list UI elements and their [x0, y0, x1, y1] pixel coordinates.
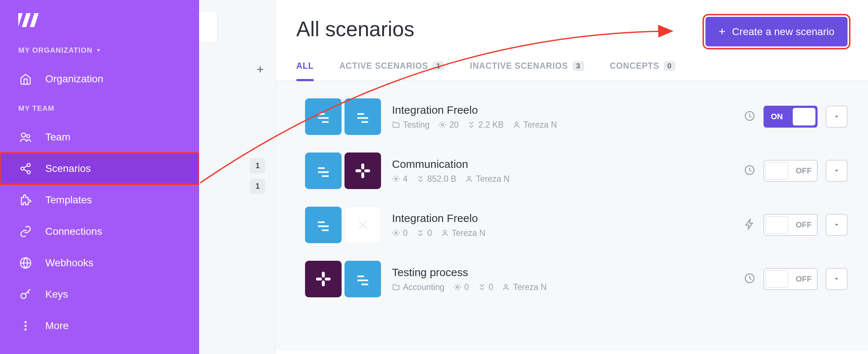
- user-meta: Tereza N: [465, 174, 510, 184]
- svg-rect-27: [316, 278, 322, 280]
- scenario-toggle[interactable]: OFF: [764, 214, 818, 236]
- ops-value: 20: [449, 120, 459, 130]
- row-more-button[interactable]: [826, 214, 848, 236]
- svg-point-12: [24, 328, 27, 331]
- add-folder-button[interactable]: +: [256, 62, 264, 76]
- ops-meta: 20: [438, 120, 459, 130]
- user-meta: Tereza N: [513, 120, 557, 130]
- create-scenario-button[interactable]: + Create a new scenario: [705, 17, 848, 46]
- home-icon: [18, 73, 33, 85]
- scenario-title: Integration Freelo: [392, 212, 733, 225]
- nav-label: Templates: [45, 194, 92, 206]
- app-icon-freelo: [305, 98, 342, 135]
- svg-point-14: [515, 122, 518, 125]
- folder-meta: Accounting: [392, 282, 445, 292]
- app-icon-slack: [344, 152, 381, 189]
- puzzle-icon: [18, 194, 33, 206]
- make-logo: [18, 11, 199, 29]
- clock-icon: [744, 272, 755, 286]
- page-title: All scenarios: [296, 17, 414, 41]
- scenario-row[interactable]: Integration Freelo 0 0 Tereza N OFF: [305, 207, 848, 243]
- team-section-text: MY TEAM: [18, 104, 54, 113]
- svg-point-5: [21, 167, 24, 170]
- svg-point-29: [456, 286, 458, 288]
- svg-rect-0: [18, 13, 23, 27]
- row-more-button[interactable]: [826, 268, 848, 290]
- size-value: 2.2 KB: [478, 120, 503, 130]
- nav-label: Webhooks: [45, 257, 94, 269]
- toggle-label: OFF: [796, 274, 812, 284]
- nav-label: More: [45, 320, 69, 332]
- sidebar-item-templates[interactable]: Templates: [0, 184, 199, 216]
- toggle-knob: [793, 108, 815, 125]
- scenario-row[interactable]: Testing process Accounting 0 0 Tereza N …: [305, 261, 848, 297]
- svg-rect-19: [364, 169, 370, 172]
- tab-label: ACTIVE SCENARIOS: [339, 61, 428, 71]
- sidebar-item-keys[interactable]: Keys: [0, 279, 199, 310]
- org-section-text: MY ORGANIZATION: [18, 46, 92, 54]
- bolt-icon: [744, 218, 755, 231]
- ops-meta: 4: [392, 174, 408, 184]
- key-icon: [18, 288, 33, 301]
- scenario-toggle[interactable]: OFF: [764, 268, 818, 290]
- scenario-title: Communication: [392, 158, 733, 170]
- ops-value: 4: [403, 174, 408, 184]
- row-more-button[interactable]: [826, 160, 848, 182]
- sidebar-item-webhooks[interactable]: Webhooks: [0, 247, 199, 279]
- tab-concepts[interactable]: CONCEPTS0: [610, 61, 675, 80]
- svg-point-7: [27, 171, 30, 174]
- scenario-row[interactable]: Communication 4 852.0 B Tereza N OFF: [305, 152, 848, 189]
- main-content: All scenarios + Create a new scenario AL…: [276, 0, 868, 354]
- chevron-down-icon: ▼: [96, 48, 101, 53]
- folder-name: Testing: [403, 120, 430, 130]
- folder-name: Accounting: [403, 282, 445, 292]
- svg-point-30: [505, 285, 507, 287]
- share-icon: [18, 162, 33, 175]
- tab-inactive[interactable]: INACTIVE SCENARIOS3: [470, 61, 584, 80]
- size-value: 0: [427, 228, 432, 238]
- sidebar-item-team[interactable]: Team: [0, 121, 199, 153]
- size-meta: 0: [416, 228, 432, 238]
- svg-rect-1: [22, 13, 31, 27]
- toggle-label: OFF: [796, 166, 812, 176]
- sidebar-item-more[interactable]: More: [0, 310, 199, 342]
- folder-count-badge: 1: [250, 158, 265, 173]
- svg-point-10: [24, 321, 27, 323]
- clock-icon: [744, 164, 755, 177]
- sidebar-item-organization[interactable]: Organization: [0, 63, 199, 95]
- tab-label: INACTIVE SCENARIOS: [470, 61, 568, 71]
- app-icon-freelo: [305, 207, 342, 243]
- row-more-button[interactable]: [826, 106, 848, 128]
- size-meta: 852.0 B: [416, 174, 456, 184]
- toggle-knob: [766, 162, 788, 180]
- tab-label: ALL: [296, 61, 314, 71]
- svg-rect-16: [361, 163, 364, 169]
- tab-count: 1: [433, 61, 444, 71]
- scenario-toggle[interactable]: OFF: [764, 160, 818, 182]
- nav-label: Scenarios: [45, 163, 91, 174]
- sidebar-item-connections[interactable]: Connections: [0, 216, 199, 247]
- folder-panel: + 1 1: [199, 0, 276, 354]
- sidebar-item-scenarios[interactable]: Scenarios: [0, 153, 199, 184]
- svg-point-21: [468, 176, 470, 179]
- svg-point-9: [21, 293, 26, 298]
- user-name: Tereza N: [524, 120, 557, 130]
- ops-meta: 0: [392, 228, 408, 238]
- size-meta: 2.2 KB: [467, 120, 503, 130]
- scenario-toggle[interactable]: ON: [764, 106, 818, 128]
- plus-icon: +: [719, 25, 726, 38]
- toggle-knob: [766, 216, 788, 234]
- tab-all[interactable]: ALL: [296, 61, 314, 80]
- tab-count: 0: [664, 61, 675, 71]
- svg-point-11: [24, 325, 27, 327]
- org-section-label[interactable]: MY ORGANIZATION ▼: [18, 46, 199, 54]
- panel-edge: [199, 11, 217, 43]
- user-name: Tereza N: [513, 282, 547, 292]
- tab-active[interactable]: ACTIVE SCENARIOS1: [339, 61, 445, 80]
- app-icon-freelo: [305, 152, 342, 189]
- toggle-label: OFF: [796, 220, 812, 230]
- svg-point-6: [27, 163, 30, 167]
- sidebar: MY ORGANIZATION ▼ Organization MY TEAM T…: [0, 0, 199, 354]
- nav-label: Connections: [45, 226, 102, 237]
- scenario-row[interactable]: Integration Freelo Testing 20 2.2 KB Ter…: [305, 98, 848, 135]
